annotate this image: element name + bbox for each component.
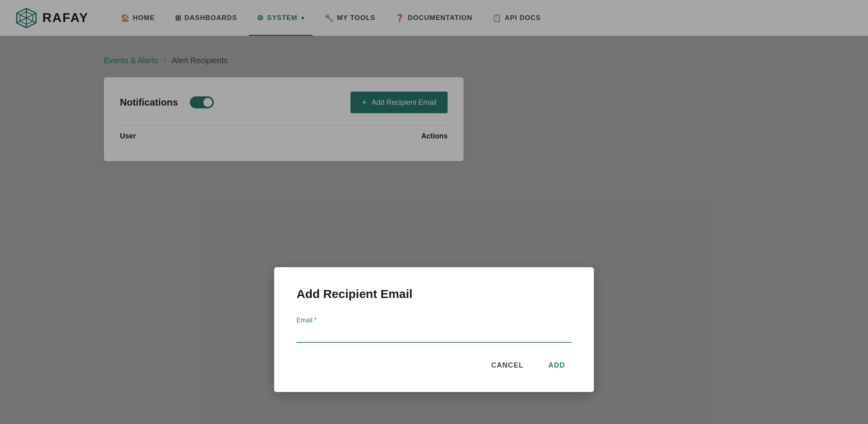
modal-title: Add Recipient Email	[297, 287, 571, 301]
email-field-container: Email *	[297, 317, 571, 343]
modal-overlay: Add Recipient Email Email * CANCEL ADD	[0, 0, 868, 424]
add-recipient-modal: Add Recipient Email Email * CANCEL ADD	[274, 267, 594, 392]
modal-actions: CANCEL ADD	[297, 357, 571, 374]
email-input[interactable]	[297, 327, 571, 343]
email-label: Email *	[297, 317, 571, 324]
add-button[interactable]: ADD	[542, 357, 571, 374]
cancel-button[interactable]: CANCEL	[485, 357, 530, 374]
